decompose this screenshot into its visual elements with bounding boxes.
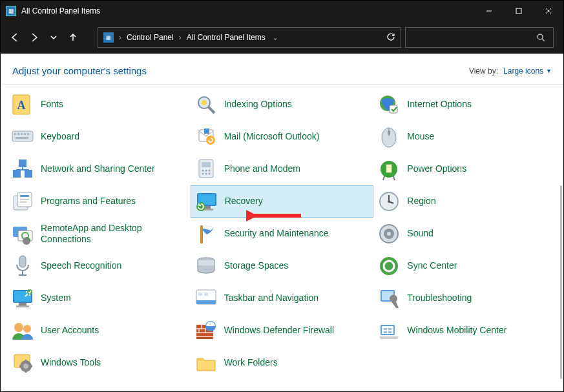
item-label: Mouse xyxy=(407,131,434,143)
control-panel-item-mail-microsoft-outlook-[interactable]: Mail (Microsoft Outlook) xyxy=(191,121,374,153)
control-panel-item-mouse[interactable]: Mouse xyxy=(373,121,557,153)
item-label: Storage Spaces xyxy=(224,260,289,272)
item-label: System xyxy=(41,293,71,304)
power-icon xyxy=(377,158,401,181)
svg-rect-73 xyxy=(198,293,202,296)
control-panel-item-sync-center[interactable]: Sync Center xyxy=(373,250,557,282)
breadcrumb-current[interactable]: All Control Panel Items xyxy=(187,33,266,42)
control-panel-item-system[interactable]: System xyxy=(7,282,191,315)
control-panel-item-recovery[interactable]: Recovery xyxy=(191,185,374,218)
control-panel-item-power-options[interactable]: Power Options xyxy=(373,153,557,185)
header-row: Adjust your computer's settings View by:… xyxy=(1,54,563,85)
phone-icon xyxy=(194,158,218,181)
svg-rect-91 xyxy=(388,328,392,330)
svg-point-60 xyxy=(387,232,391,236)
control-panel-grid: AFontsIndexing OptionsInternet OptionsKe… xyxy=(1,88,563,386)
control-panel-item-windows-mobility-center[interactable]: Windows Mobility Center xyxy=(373,315,557,347)
item-label: Recovery xyxy=(225,196,263,207)
svg-rect-69 xyxy=(16,305,29,307)
svg-rect-29 xyxy=(202,162,211,167)
svg-point-30 xyxy=(202,170,204,172)
control-panel-item-speech-recognition[interactable]: Speech Recognition xyxy=(7,250,191,282)
remoteapp-icon xyxy=(11,222,34,245)
control-panel-icon: ▦ xyxy=(103,32,114,43)
control-panel-item-storage-spaces[interactable]: Storage Spaces xyxy=(191,250,374,282)
view-by-label: View by: xyxy=(469,67,498,76)
forward-button[interactable] xyxy=(26,30,42,45)
view-by-value: Large icons xyxy=(503,67,543,76)
svg-rect-57 xyxy=(200,225,203,243)
control-panel-item-taskbar-and-navigation[interactable]: Taskbar and Navigation xyxy=(191,282,374,315)
control-panel-item-user-accounts[interactable]: User Accounts xyxy=(7,315,191,347)
view-by-select[interactable]: Large icons ▼ xyxy=(503,67,552,76)
search-input[interactable] xyxy=(405,27,554,48)
control-panel-item-security-and-maintenance[interactable]: Security and Maintenance xyxy=(191,218,374,250)
minimize-button[interactable] xyxy=(474,1,504,21)
control-panel-item-phone-and-modem[interactable]: Phone and Modem xyxy=(191,153,374,185)
item-label: Phone and Modem xyxy=(224,163,300,175)
item-label: Programs and Features xyxy=(41,196,136,207)
item-label: User Accounts xyxy=(41,325,99,336)
svg-point-10 xyxy=(202,100,207,105)
item-label: Sync Center xyxy=(407,260,457,272)
svg-point-35 xyxy=(208,173,210,175)
page-title: Adjust your computer's settings xyxy=(12,65,147,76)
mail-icon xyxy=(194,125,218,149)
refresh-button[interactable] xyxy=(380,32,395,43)
control-panel-item-windows-tools[interactable]: Windows Tools xyxy=(7,347,191,379)
recent-locations-button[interactable] xyxy=(46,30,61,45)
item-label: Region xyxy=(407,196,435,207)
maximize-button[interactable] xyxy=(504,1,534,21)
svg-rect-93 xyxy=(388,331,392,333)
toolbar: ▦ › Control Panel › All Control Panel It… xyxy=(1,21,563,54)
control-panel-item-programs-and-features[interactable]: Programs and Features xyxy=(7,185,191,218)
item-label: Windows Tools xyxy=(41,357,101,369)
svg-rect-74 xyxy=(204,293,208,296)
recovery-icon xyxy=(195,190,218,213)
programs-icon xyxy=(11,190,34,213)
item-label: Work Folders xyxy=(224,357,278,369)
window-controls xyxy=(474,1,563,21)
svg-point-21 xyxy=(206,136,215,145)
keyboard-icon xyxy=(11,125,34,149)
indexing-icon xyxy=(194,93,218,116)
svg-point-65 xyxy=(380,257,398,275)
firewall-icon xyxy=(194,319,218,342)
mobility-icon xyxy=(377,319,401,342)
internet-icon xyxy=(377,93,401,116)
close-button[interactable] xyxy=(534,1,563,21)
control-panel-item-indexing-options[interactable]: Indexing Options xyxy=(191,88,374,121)
up-button[interactable] xyxy=(65,30,81,45)
svg-rect-72 xyxy=(196,300,216,304)
control-panel-item-windows-defender-firewall[interactable]: Windows Defender Firewall xyxy=(191,315,374,347)
control-panel-item-network-and-sharing-center[interactable]: Network and Sharing Center xyxy=(7,153,191,185)
control-panel-item-keyboard[interactable]: Keyboard xyxy=(7,121,191,153)
control-panel-item-internet-options[interactable]: Internet Options xyxy=(373,88,557,121)
mouse-icon xyxy=(377,125,401,149)
svg-rect-1 xyxy=(516,8,521,14)
breadcrumb-dropdown-icon[interactable]: ⌄ xyxy=(268,33,282,42)
region-icon xyxy=(377,190,401,213)
workfolders-icon xyxy=(194,351,218,375)
svg-rect-15 xyxy=(17,133,19,135)
control-panel-item-remoteapp-and-desktop-connections[interactable]: RemoteApp and Desktop Connections xyxy=(7,218,191,250)
address-bar[interactable]: ▦ › Control Panel › All Control Panel It… xyxy=(98,27,401,48)
network-icon xyxy=(11,158,34,181)
control-panel-item-region[interactable]: Region xyxy=(373,185,557,218)
svg-rect-27 xyxy=(19,160,26,167)
svg-rect-43 xyxy=(20,201,26,203)
item-label: Power Options xyxy=(407,163,466,175)
control-panel-item-sound[interactable]: Sound xyxy=(373,218,557,250)
scrollbar[interactable] xyxy=(560,185,562,379)
svg-rect-90 xyxy=(384,328,387,330)
svg-point-48 xyxy=(196,202,205,211)
control-panel-item-troubleshooting[interactable]: Troubleshooting xyxy=(373,282,557,315)
control-panel-item-work-folders[interactable]: Work Folders xyxy=(191,347,374,379)
back-button[interactable] xyxy=(7,30,23,45)
breadcrumb-root[interactable]: Control Panel xyxy=(127,33,174,42)
sync-icon xyxy=(377,254,401,278)
control-panel-item-fonts[interactable]: AFonts xyxy=(7,88,191,121)
svg-line-5 xyxy=(542,39,545,41)
svg-text:A: A xyxy=(17,99,26,112)
svg-line-9 xyxy=(208,107,214,113)
